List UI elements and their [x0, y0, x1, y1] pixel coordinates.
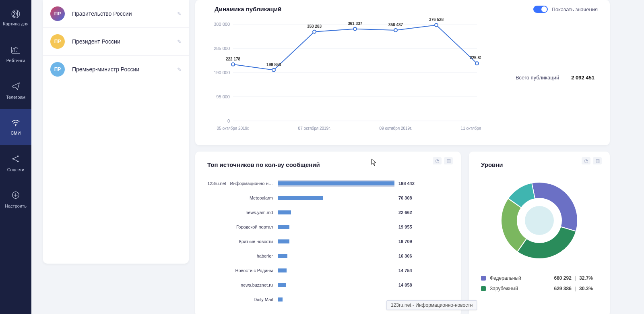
- bar-icon[interactable]: ▥: [444, 157, 453, 164]
- svg-point-0: [15, 125, 17, 127]
- svg-point-31: [475, 62, 479, 65]
- empty-panel: [43, 89, 189, 259]
- tooltip-text: 123ru.net - Информационно-новостн: [391, 302, 473, 308]
- source-name: news.buzznet.ru: [207, 283, 278, 287]
- svg-text:0: 0: [227, 119, 230, 123]
- levels-legend: Федеральный 680 292 | 32.7% Зарубежный 6…: [481, 273, 598, 294]
- filter-name: Президент России: [72, 38, 177, 45]
- legend-row: Федеральный 680 292 | 32.7%: [481, 273, 598, 283]
- source-row[interactable]: news.buzznet.ru 14 058: [207, 278, 449, 292]
- total-publications: Всего публикаций 2 092 451: [516, 75, 594, 81]
- svg-point-29: [435, 23, 438, 27]
- svg-text:09 октября 2019г.: 09 октября 2019г.: [380, 126, 412, 131]
- filter-panel: ПР Правительство России ✎ ПР Президент Р…: [43, 0, 189, 264]
- avatar: ПР: [50, 34, 65, 49]
- source-bar: [278, 238, 394, 245]
- source-bar: [278, 194, 394, 202]
- filter-name: Правительство России: [72, 10, 177, 17]
- svg-point-27: [394, 29, 397, 32]
- wifi-icon: [11, 119, 21, 128]
- toggle-switch[interactable]: [533, 6, 548, 13]
- svg-text:225 835: 225 835: [470, 56, 481, 60]
- svg-point-33: [525, 206, 554, 235]
- legend-name: Зарубежный: [490, 286, 544, 291]
- source-name: news.yam.md: [207, 210, 278, 215]
- svg-text:190 000: 190 000: [214, 70, 230, 75]
- source-row[interactable]: 123ru.net - Информационно-н… 198 442: [207, 176, 449, 191]
- svg-text:222 178: 222 178: [226, 57, 241, 61]
- source-value: 76 308: [398, 195, 412, 200]
- paper-plane-icon: [11, 82, 20, 92]
- svg-text:95 000: 95 000: [216, 94, 230, 99]
- source-bar: [278, 223, 394, 231]
- avatar-abbr: ПР: [54, 11, 61, 17]
- source-row[interactable]: Городской портал 19 955: [207, 220, 449, 234]
- dynamics-chart-card: Динамика публикаций Показать значения 09…: [195, 0, 610, 145]
- svg-text:11 октября 2019г.: 11 октября 2019г.: [461, 126, 481, 131]
- show-values-toggle[interactable]: Показать значения: [533, 6, 598, 13]
- source-name: Meteoalarm: [207, 195, 278, 200]
- source-row[interactable]: Новости с Родины 14 754: [207, 263, 449, 278]
- sidebar-item-smi[interactable]: СМИ: [0, 109, 31, 145]
- sidebar-item-label: СМИ: [11, 131, 21, 135]
- card-title: Динамика публикаций: [215, 6, 281, 12]
- sidebar-item-social[interactable]: Соцсети: [0, 145, 31, 181]
- legend-count: 629 386: [544, 286, 572, 291]
- pie-icon[interactable]: ◔: [582, 157, 590, 164]
- circle-24-icon: ㉔: [11, 10, 20, 19]
- source-value: 14 058: [398, 283, 412, 287]
- sidebar-item-ratings[interactable]: Рейтинги: [0, 36, 31, 73]
- sidebar-item-daily[interactable]: ㉔ Картина дня: [0, 0, 31, 36]
- legend-swatch: [481, 276, 486, 281]
- filter-row[interactable]: ПР Президент России ✎: [43, 27, 189, 55]
- source-row[interactable]: haberler 16 306: [207, 249, 449, 263]
- source-value: 16 306: [398, 254, 412, 258]
- sidebar-item-settings[interactable]: Настроить: [0, 181, 31, 218]
- chart-up-icon: [11, 46, 21, 56]
- source-bar: [278, 296, 394, 303]
- svg-text:380 000: 380 000: [214, 22, 230, 27]
- source-bar: [278, 252, 394, 260]
- avatar: ПР: [50, 62, 65, 77]
- source-row[interactable]: news.yam.md 22 662: [207, 205, 449, 220]
- source-name: 123ru.net - Информационно-н…: [207, 181, 278, 186]
- filter-row[interactable]: ПР Правительство России ✎: [43, 0, 189, 27]
- avatar-abbr: ПР: [54, 67, 61, 72]
- svg-text:376 528: 376 528: [429, 17, 444, 22]
- chart-type-switch: ◔ ▥: [433, 157, 453, 164]
- source-bar: [278, 281, 394, 289]
- source-bar: [278, 209, 394, 216]
- sidebar-item-telegram[interactable]: Телеграм: [0, 73, 31, 109]
- sidebar: ㉔ Картина дня Рейтинги Телеграм СМИ Соцс…: [0, 0, 31, 314]
- source-bar: [278, 180, 394, 187]
- bar-icon[interactable]: ▥: [593, 157, 602, 164]
- svg-point-19: [231, 63, 235, 66]
- legend-pct: 30.3%: [579, 286, 598, 291]
- source-row[interactable]: Meteoalarm 76 308: [207, 191, 449, 205]
- sidebar-item-label: Соцсети: [7, 167, 25, 172]
- pencil-icon[interactable]: ✎: [177, 11, 182, 17]
- main-column: Динамика публикаций Показать значения 09…: [195, 0, 638, 314]
- svg-point-25: [353, 27, 357, 31]
- toggle-label: Показать значения: [552, 6, 598, 12]
- total-value: 2 092 451: [571, 75, 594, 81]
- card-title: Топ источников по кол-ву сообщений: [207, 161, 449, 168]
- top-sources-card: ◔ ▥ Топ источников по кол-ву сообщений 1…: [195, 152, 461, 314]
- pencil-icon[interactable]: ✎: [177, 67, 182, 73]
- svg-point-21: [272, 69, 275, 72]
- source-name: Городской портал: [207, 225, 278, 229]
- source-value: 198 442: [398, 181, 415, 186]
- filter-row[interactable]: ПР Премьер-министр России ✎: [43, 55, 189, 83]
- sidebar-item-label: Настроить: [5, 204, 27, 208]
- svg-text:285 000: 285 000: [214, 46, 230, 51]
- pencil-icon[interactable]: ✎: [177, 39, 182, 45]
- source-row[interactable]: Краткие новости 19 709: [207, 234, 449, 249]
- pie-icon[interactable]: ◔: [433, 157, 442, 164]
- line-chart: 095 000190 000285 000380 00005 октября 2…: [199, 16, 481, 141]
- legend-pct: 32.7%: [579, 275, 598, 281]
- legend-name: Федеральный: [490, 275, 544, 281]
- svg-text:199 853: 199 853: [266, 62, 281, 67]
- sidebar-item-label: Рейтинги: [6, 58, 25, 63]
- chart-type-switch: ◔ ▥: [582, 157, 602, 164]
- sidebar-item-label: Телеграм: [6, 95, 25, 100]
